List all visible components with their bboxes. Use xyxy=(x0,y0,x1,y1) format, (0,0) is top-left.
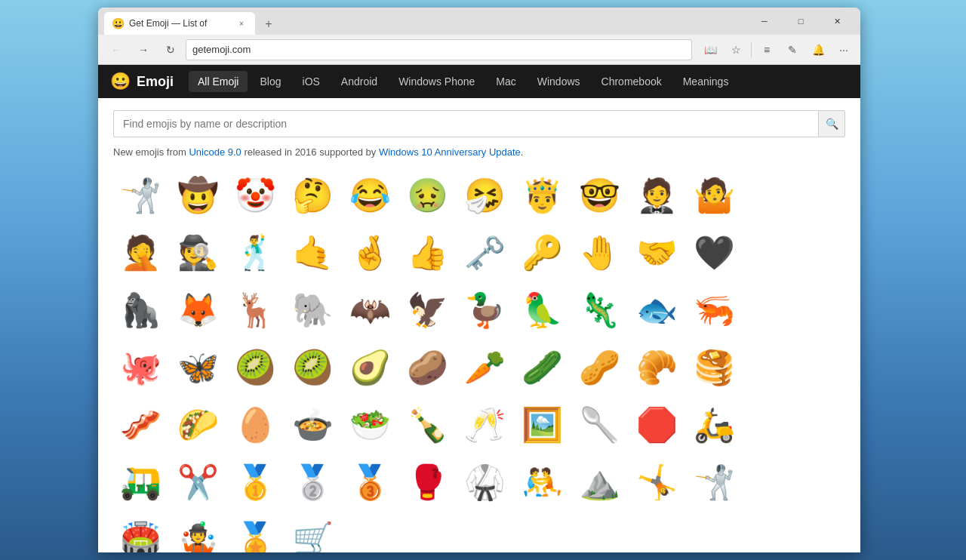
notes-icon[interactable]: ✎ xyxy=(782,39,803,60)
emoji-item[interactable]: 🦌 xyxy=(228,283,282,337)
search-button[interactable]: 🔍 xyxy=(818,110,845,137)
emoji-item[interactable]: 🥞 xyxy=(687,340,741,395)
nav-link-chromebook[interactable]: Chromebook xyxy=(592,71,671,92)
emoji-item[interactable]: 🛒 xyxy=(285,512,340,552)
emoji-item[interactable]: 🤔 xyxy=(285,168,340,223)
emoji-item[interactable]: ⛰️ xyxy=(572,455,626,509)
emoji-item[interactable]: 🤺 xyxy=(687,455,741,509)
tab-close-button[interactable]: × xyxy=(235,17,248,29)
emoji-item[interactable]: 🔑 xyxy=(515,226,569,280)
emoji-item[interactable]: 🥐 xyxy=(629,340,684,395)
notifications-icon[interactable]: 🔔 xyxy=(808,39,829,60)
emoji-item[interactable]: 🤚 xyxy=(572,226,626,280)
emoji-item[interactable]: 🤴 xyxy=(515,168,569,223)
emoji-item[interactable]: 🤹 xyxy=(171,512,225,552)
emoji-item[interactable]: 🦋 xyxy=(171,340,225,395)
windows-update-link[interactable]: Windows 10 Anniversary Update xyxy=(379,146,521,158)
nav-link-windows[interactable]: Windows xyxy=(528,71,589,92)
emoji-item[interactable]: 🏟️ xyxy=(113,512,168,552)
more-button[interactable]: ··· xyxy=(833,39,854,60)
emoji-item[interactable]: 🤷 xyxy=(687,168,741,223)
emoji-item[interactable]: 🤞 xyxy=(343,226,397,280)
emoji-item[interactable]: 🥉 xyxy=(343,455,397,509)
emoji-item[interactable]: 🤙 xyxy=(285,226,340,280)
back-button[interactable]: ← xyxy=(104,38,128,62)
active-tab[interactable]: 😀 Get Emoji — List of × xyxy=(104,12,255,35)
nav-link-meanings[interactable]: Meanings xyxy=(674,71,738,92)
maximize-button[interactable]: □ xyxy=(783,10,818,32)
emoji-item[interactable]: 🤧 xyxy=(457,168,512,223)
emoji-item[interactable]: 🕵️ xyxy=(171,226,225,280)
nav-link-mac[interactable]: Mac xyxy=(487,71,525,92)
emoji-item[interactable]: 🦍 xyxy=(113,283,168,337)
emoji-item[interactable]: 🤦 xyxy=(113,226,168,280)
emoji-item[interactable]: 🥗 xyxy=(343,398,397,452)
emoji-item[interactable]: 🐟 xyxy=(629,283,684,337)
minimize-button[interactable]: ─ xyxy=(747,10,782,32)
emoji-item[interactable]: 🖤 xyxy=(687,226,741,280)
emoji-item[interactable]: 😂 xyxy=(343,168,397,223)
refresh-button[interactable]: ↻ xyxy=(158,38,183,62)
favorites-icon[interactable]: ☆ xyxy=(725,39,746,60)
emoji-item[interactable]: 🐙 xyxy=(113,340,168,395)
emoji-item[interactable]: 👍 xyxy=(400,226,454,280)
emoji-item[interactable]: 🥂 xyxy=(457,398,512,452)
emoji-item[interactable]: 🤓 xyxy=(572,168,626,223)
emoji-item[interactable]: 🥜 xyxy=(572,340,626,395)
hub-icon[interactable]: ≡ xyxy=(756,39,777,60)
emoji-item[interactable]: 🦆 xyxy=(457,283,512,337)
emoji-item[interactable]: 🤵 xyxy=(629,168,684,223)
close-button[interactable]: ✕ xyxy=(820,10,854,32)
nav-link-all-emoji[interactable]: All Emoji xyxy=(189,71,248,92)
emoji-item[interactable]: 🤸 xyxy=(629,455,684,509)
emoji-item[interactable]: 🤝 xyxy=(629,226,684,280)
nav-link-windows-phone[interactable]: Windows Phone xyxy=(389,71,484,92)
emoji-item[interactable]: 🏅 xyxy=(228,512,282,552)
emoji-item[interactable]: 🐘 xyxy=(285,283,340,337)
emoji-item[interactable]: 🥇 xyxy=(228,455,282,509)
emoji-item[interactable]: 🥚 xyxy=(228,398,282,452)
emoji-item[interactable]: 🤠 xyxy=(171,168,225,223)
emoji-item[interactable]: 🗝️ xyxy=(457,226,512,280)
emoji-item[interactable]: 🥝 xyxy=(228,340,282,395)
emoji-item[interactable]: 🥓 xyxy=(113,398,168,452)
new-tab-button[interactable]: + xyxy=(258,14,279,35)
emoji-item[interactable]: 🌮 xyxy=(171,398,225,452)
emoji-item[interactable]: 🤡 xyxy=(228,168,282,223)
nav-link-ios[interactable]: iOS xyxy=(294,71,329,92)
emoji-item[interactable]: 🛺 xyxy=(113,455,168,509)
emoji-item[interactable]: ✂️ xyxy=(171,455,225,509)
reading-view-icon[interactable]: 📖 xyxy=(700,39,721,60)
emoji-item[interactable]: 🥋 xyxy=(457,455,512,509)
emoji-item[interactable]: 🥈 xyxy=(285,455,340,509)
emoji-item[interactable]: 🦎 xyxy=(572,283,626,337)
emoji-item[interactable]: 🥊 xyxy=(400,455,454,509)
emoji-item[interactable]: 🦜 xyxy=(515,283,569,337)
emoji-item[interactable]: 🕺 xyxy=(228,226,282,280)
emoji-item[interactable]: 🦐 xyxy=(687,283,741,337)
emoji-item[interactable]: 🦇 xyxy=(343,283,397,337)
address-bar[interactable]: getemoji.com xyxy=(186,39,692,60)
forward-button[interactable]: → xyxy=(131,38,155,62)
emoji-item[interactable]: 🤼 xyxy=(515,455,569,509)
emoji-item[interactable]: 🍾 xyxy=(400,398,454,452)
emoji-item[interactable]: 🥄 xyxy=(572,398,626,452)
emoji-item[interactable]: 🥕 xyxy=(457,340,512,395)
emoji-item[interactable]: 🛑 xyxy=(629,398,684,452)
emoji-item[interactable]: 🥝 xyxy=(285,340,340,395)
emoji-item[interactable]: 🦅 xyxy=(400,283,454,337)
emoji-item[interactable]: 🛵 xyxy=(687,398,741,452)
nav-link-android[interactable]: Android xyxy=(332,71,386,92)
emoji-item[interactable]: 🍲 xyxy=(285,398,340,452)
emoji-item[interactable]: 🦊 xyxy=(171,283,225,337)
site-logo[interactable]: 😀 Emoji xyxy=(110,72,174,91)
emoji-item[interactable]: 🤺 xyxy=(113,168,168,223)
emoji-item[interactable]: 🤢 xyxy=(400,168,454,223)
emoji-item[interactable]: 🥔 xyxy=(400,340,454,395)
emoji-item[interactable]: 🥑 xyxy=(343,340,397,395)
emoji-item[interactable]: 🖼️ xyxy=(515,398,569,452)
unicode-link[interactable]: Unicode 9.0 xyxy=(189,146,241,158)
emoji-item[interactable]: 🥒 xyxy=(515,340,569,395)
search-input[interactable] xyxy=(113,110,818,137)
nav-link-blog[interactable]: Blog xyxy=(251,71,290,92)
